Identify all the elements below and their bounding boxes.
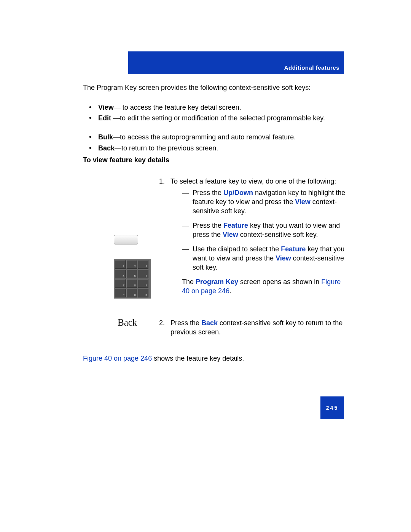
bullet-bulk-key: Bulk [98,133,113,141]
view-key-label: View [276,254,291,262]
dialpad-key: * [115,289,126,297]
dialpad-key: 0 [126,289,137,297]
view-key-label: View [295,198,311,206]
page-number-tab: 245 [320,396,344,419]
feature-key-label: Feature [281,245,306,253]
dialpad-key: 2 [126,260,137,269]
section-heading: To view feature key details [83,156,169,164]
intro-paragraph: The Program Key screen provides the foll… [83,83,346,92]
text: Use the dialpad to select the [193,245,281,253]
text: Press the [193,222,223,229]
step-2: 2. Press the Back context-sensitive soft… [159,318,346,337]
bullet-bulk: • Bulk—to access the autoprogramming and… [89,133,348,141]
step-2-number: 2. [159,318,165,328]
bullet-edit-key: Edit [98,114,111,122]
program-key-label: Program Key [196,278,238,286]
step-1-option-3: — Use the dialpad to select the Feature … [182,244,346,272]
bullet-view-text: — to access the feature key detail scree… [114,104,241,111]
dash-icon: — [182,244,189,254]
step-1-option-1: — Press the Up/Down navigation key to hi… [182,188,346,216]
step-1-number: 1. [159,177,165,186]
text: context-sensitive soft key. [238,231,318,238]
bullet-back-key: Back [98,144,115,152]
down-key-label: Down [234,189,253,197]
view-key-label: View [223,231,238,238]
bullet-back-text: —to return to the previous screen. [115,144,218,152]
step-1-lead: To select a feature key to view, do one … [170,177,336,185]
bullet-back: • Back—to return to the previous screen. [89,144,348,152]
dialpad-icon: 1 2 3 4 5 6 7 8 9 * 0 # [114,259,151,299]
page-header-bar: Additional features [128,51,344,74]
dialpad-key: 7 [115,279,126,288]
bullet-dot-icon: • [89,144,91,152]
dash-icon: — [182,221,189,230]
bullet-dot-icon: • [89,104,91,112]
figure-reference-paragraph: Figure 40 on page 246 shows the feature … [83,355,346,363]
bullet-dot-icon: • [89,114,91,122]
text: The [182,278,196,286]
text: Press the [193,189,223,197]
dialpad-key: 5 [126,270,137,278]
dialpad-key: 9 [138,279,148,288]
bullet-bulk-text: —to access the autoprogramming and auto … [113,133,296,141]
dialpad-key: 6 [138,270,148,278]
page-header-title: Additional features [284,64,339,71]
bullet-edit: • Edit —to edit the setting or modificat… [89,114,348,122]
softkey-back-label: Back [118,317,137,328]
back-key-label: Back [201,319,218,327]
bullet-view-key: View [98,104,114,111]
dialpad-key: 4 [115,270,126,278]
bullet-dot-icon: • [89,133,91,141]
figure-40-link[interactable]: Figure 40 on page 246 [83,355,152,362]
feature-key-label: Feature [223,222,248,229]
text: Press the [170,319,201,327]
dialpad-key: # [138,289,148,297]
text: . [229,287,231,295]
step-1: 1. To select a feature key to view, do o… [159,177,346,296]
program-key-result: The Program Key screen opens as shown in… [182,277,346,296]
dialpad-key: 3 [138,260,148,269]
step-1-option-2: — Press the Feature key that you want to… [182,221,346,239]
bullet-edit-text: —to edit the setting or modification of … [111,114,325,122]
text: shows the feature key details. [152,355,244,362]
text: screen opens as shown in [238,278,321,286]
dialpad-key: 1 [115,260,126,269]
dialpad-key: 8 [126,279,137,288]
dash-icon: — [182,188,189,197]
page-number: 245 [326,405,338,411]
bullet-view: • View— to access the feature key detail… [89,104,346,112]
up-key-label: Up [223,189,233,197]
softkey-icon [114,235,138,244]
